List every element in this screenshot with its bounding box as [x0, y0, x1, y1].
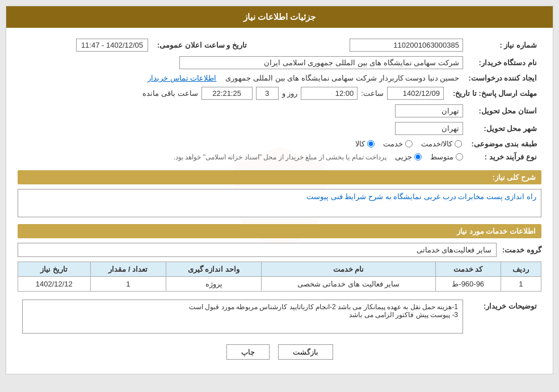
- tarikh-field: 1402/12/09: [387, 87, 444, 100]
- farayand-note: پرداخت تمام یا بخشی از مبلغ خریدار از مح…: [174, 153, 386, 161]
- card-header: جزئیات اطلاعات نیاز: [6, 6, 553, 28]
- ijadKonande-text: حسین دنیا دوست کاربردار شرکت سهامی نمایش…: [225, 74, 459, 82]
- noFarayand-label: نوع فرآیند خرید :: [468, 150, 541, 163]
- date-row: 1402/12/09 ساعت: 12:00 روز و 3 22:21:25 …: [22, 87, 444, 100]
- table-cell-nam: سایر فعالیت های خدماتی شخصی: [262, 277, 436, 292]
- radio-kala-khadamat-label: کالا/خدمت: [421, 140, 453, 148]
- namDastgah-value: شرکت سهامی نمایشگاه های بین المللی جمهور…: [18, 54, 468, 71]
- ostan-value: تهران: [18, 102, 468, 120]
- sharh-section-title: شرح کلی نیاز:: [18, 170, 541, 184]
- radio-kala-item[interactable]: کالا: [355, 140, 375, 148]
- shomareNiaz-box: 1102001063000385: [350, 39, 463, 52]
- announce-date-box: 1402/12/05 - 11:47: [76, 39, 148, 52]
- info-table-dastgah: نام دستگاه خریدار: شرکت سهامی نمایشگاه ه…: [18, 54, 541, 71]
- shomareNiaz-value: 1102001063000385: [264, 36, 468, 54]
- saat-field: 12:00: [301, 87, 358, 100]
- remaining-label: ساعت باقی مانده: [142, 89, 197, 98]
- table-cell-radif: 1: [501, 277, 541, 292]
- info-table-toozihat: توضیحات خریدار: 1-هزینه حمل نقل به عهده …: [18, 297, 541, 336]
- page-container: جزئیات اطلاعات نیاز RENDER شماره نیاز : …: [0, 0, 559, 392]
- col-radif: ردیف: [501, 262, 541, 277]
- toozihat-value: 1-هزینه حمل نقل به عهده پیمانکار می باشد…: [18, 297, 468, 336]
- shahr-box: تهران: [395, 122, 463, 135]
- col-vahed: واحد اندازه گیری: [166, 262, 261, 277]
- farayand-row: متوسط جزیی پرداخت تمام یا بخشی از مبلغ خ…: [22, 153, 463, 161]
- main-card: جزئیات اطلاعات نیاز RENDER شماره نیاز : …: [6, 6, 553, 374]
- watermark-container: RENDER شماره نیاز : 1102001063000385 تار…: [18, 36, 541, 360]
- radio-mottaset-item[interactable]: متوسط: [430, 153, 463, 161]
- table-cell-tedad: 1: [90, 277, 166, 292]
- ittlas-link[interactable]: اطلاعات تماس خریدار: [148, 74, 216, 82]
- grooh-box: سایر فعالیت‌های خدماتی: [18, 243, 497, 257]
- col-kod: کد خدمت: [435, 262, 501, 277]
- radio-jozii[interactable]: [414, 153, 422, 161]
- info-table-top: شماره نیاز : 1102001063000385 تاریخ و سا…: [18, 36, 541, 54]
- table-cell-tarikh: 1402/12/12: [18, 277, 91, 292]
- info-table-tabaqe: طبقه بندی موضوعی: کالا/خدمت خ: [18, 137, 541, 150]
- toozihat-box: 1-هزینه حمل نقل به عهده پیمانکار می باشد…: [22, 300, 463, 334]
- ostan-label: استان محل تحویل:: [468, 102, 541, 120]
- ostan-box: تهران: [395, 104, 463, 117]
- radio-khadamat[interactable]: [405, 140, 413, 147]
- rooz-label: روز و: [282, 89, 298, 98]
- info-table-ijad: ایجاد کننده درخواست: حسین دنیا دوست کارب…: [18, 71, 541, 85]
- grooh-label: گروه خدمت:: [502, 246, 541, 254]
- back-button[interactable]: بازگشت: [278, 344, 333, 360]
- print-button[interactable]: چاپ: [226, 344, 270, 360]
- header-title: جزئیات اطلاعات نیاز: [243, 12, 316, 22]
- table-cell-kod: 960-96-ط: [435, 277, 501, 292]
- remaining-box: 22:21:25: [201, 87, 253, 100]
- table-cell-vahed: پروژه: [166, 277, 261, 292]
- radio-kala[interactable]: [367, 140, 375, 147]
- shomareNiaz-label: شماره نیاز :: [468, 36, 541, 54]
- button-row: بازگشت چاپ: [18, 344, 541, 360]
- col-tarikh: تاریخ نیاز: [18, 262, 91, 277]
- khadamat-section-title: اطلاعات خدمات مورد نیاز: [18, 224, 541, 238]
- shahr-value: تهران: [18, 120, 468, 137]
- toozihat-label: توضیحات خریدار:: [468, 297, 541, 336]
- saat-label: ساعت:: [361, 89, 384, 98]
- col-tedad: تعداد / مقدار: [90, 262, 166, 277]
- announce-value: 1402/12/05 - 11:47: [18, 36, 153, 54]
- radio-kala-label: کالا: [355, 140, 365, 148]
- radio-kala-khadamat-item[interactable]: کالا/خدمت: [421, 140, 463, 148]
- radio-jozii-item[interactable]: جزیی: [395, 153, 422, 161]
- radio-kala-khadamat[interactable]: [455, 140, 462, 147]
- services-table: ردیف کد خدمت نام خدمت واحد اندازه گیری ت…: [18, 262, 541, 292]
- tabaqeBandi-label: طبقه بندی موضوعی:: [466, 137, 541, 150]
- mohlat-label: مهلت ارسال پاسخ: تا تاریخ:: [448, 85, 541, 102]
- service-group-row: گروه خدمت: سایر فعالیت‌های خدماتی: [18, 243, 541, 257]
- sharh-box: راه اندازی پست مخابرات درب غربی نمایشگاه…: [18, 189, 541, 217]
- radio-jozii-label: جزیی: [395, 153, 412, 161]
- announce-label: تاریخ و ساعت اعلان عمومی:: [153, 36, 264, 54]
- content-wrapper: شماره نیاز : 1102001063000385 تاریخ و سا…: [18, 36, 541, 360]
- info-table-ostan: استان محل تحویل: تهران شهر محل تحویل: ته…: [18, 102, 541, 137]
- col-nam: نام خدمت: [262, 262, 436, 277]
- ijadKonande-value: حسین دنیا دوست کاربردار شرکت سهامی نمایش…: [18, 71, 464, 85]
- shahr-label: شهر محل تحویل:: [468, 120, 541, 137]
- namDastgah-label: نام دستگاه خریدار:: [468, 54, 541, 71]
- tabaqeBandi-radios: کالا/خدمت خدمت کالا: [18, 137, 466, 150]
- radio-mottaset-label: متوسط: [430, 153, 453, 161]
- tabaqe-radio-group: کالا/خدمت خدمت کالا: [22, 140, 462, 148]
- info-table-farayand: نوع فرآیند خرید : متوسط جزیی: [18, 150, 541, 163]
- radio-khadamat-label: خدمت: [383, 140, 403, 148]
- noFarayand-row: متوسط جزیی پرداخت تمام یا بخشی از مبلغ خ…: [18, 150, 468, 163]
- table-row: 1960-96-طسایر فعالیت های خدماتی شخصیپروژ…: [18, 277, 541, 292]
- card-body: RENDER شماره نیاز : 1102001063000385 تار…: [6, 28, 553, 374]
- mohlat-row: 1402/12/09 ساعت: 12:00 روز و 3 22:21:25 …: [18, 85, 448, 102]
- rooz-field: 3: [256, 87, 279, 100]
- radio-mottaset[interactable]: [456, 153, 463, 161]
- ijadKonande-label: ایجاد کننده درخواست:: [464, 71, 541, 85]
- info-table-mohlat: مهلت ارسال پاسخ: تا تاریخ: 1402/12/09 سا…: [18, 85, 541, 102]
- namDastgah-box: شرکت سهامی نمایشگاه های بین المللی جمهور…: [179, 56, 463, 69]
- radio-khadamat-item[interactable]: خدمت: [383, 140, 413, 148]
